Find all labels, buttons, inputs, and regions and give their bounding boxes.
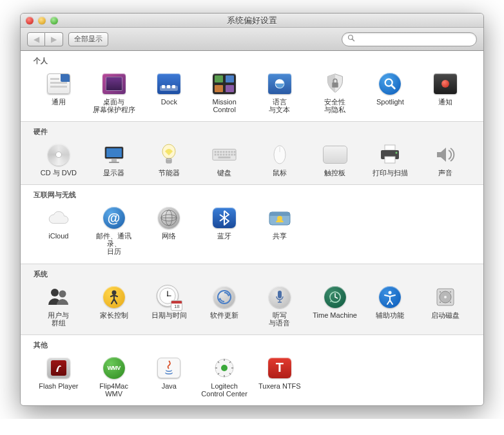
pref-label: Time Machine — [313, 310, 357, 319]
svg-rect-8 — [111, 159, 117, 162]
svg-point-43 — [51, 289, 59, 296]
software-update-icon — [211, 284, 237, 310]
pref-label: 安全性 与隐私 — [324, 97, 345, 113]
energy-saver-icon — [156, 142, 182, 168]
flash-player-icon — [46, 355, 72, 381]
pref-bluetooth[interactable]: 蓝牙 — [198, 204, 251, 256]
date-time-icon: 18 — [156, 284, 182, 310]
svg-point-44 — [59, 290, 66, 297]
pref-label: 蓝牙 — [217, 231, 231, 240]
general-icon — [46, 71, 72, 97]
logitech-control-center-icon — [211, 355, 237, 381]
startup-disk-icon — [432, 284, 458, 310]
svg-point-59 — [440, 302, 441, 303]
pref-startup-disk[interactable]: 启动磁盘 — [419, 283, 472, 328]
section-2: 互联网与无线iCloud@邮件、通讯录、 日历网络蓝牙共享 — [21, 185, 483, 264]
svg-rect-34 — [385, 145, 395, 150]
pref-label: Flash Player — [39, 381, 78, 390]
pref-date-time[interactable]: 18日期与时间 — [143, 283, 196, 328]
pref-security-privacy[interactable]: 安全性 与隐私 — [309, 70, 362, 115]
svg-rect-29 — [231, 154, 233, 156]
nav-buttons: ◀ ▶ — [27, 32, 63, 46]
svg-rect-3 — [332, 82, 338, 88]
svg-point-62 — [221, 365, 228, 371]
pref-flip4mac-wmv[interactable]: WMVFlip4Mac WMV — [88, 354, 141, 399]
java-icon — [156, 355, 182, 381]
pref-label: 用户与 群组 — [48, 310, 69, 327]
pref-parental-controls[interactable]: 家长控制 — [88, 283, 141, 328]
section-grid: Flash PlayerWMVFlip4Mac WMVJavaLogitech … — [32, 354, 472, 399]
pref-label: 网络 — [162, 231, 176, 240]
section-title: 互联网与无线 — [32, 189, 472, 204]
pref-label: 共享 — [273, 231, 287, 240]
search-input[interactable] — [358, 35, 471, 44]
pref-keyboard[interactable]: 键盘 — [198, 140, 251, 178]
pref-mail-contacts-calendars[interactable]: @邮件、通讯录、 日历 — [88, 204, 141, 256]
language-text-icon — [267, 71, 293, 97]
keyboard-icon — [211, 142, 237, 168]
section-grid: 通用桌面与 屏幕保护程序DockMission Control语言 与文本安全性… — [32, 70, 472, 115]
forward-button[interactable]: ▶ — [45, 32, 63, 46]
flip4mac-wmv-icon: WMV — [101, 355, 127, 381]
svg-point-60 — [450, 302, 451, 303]
svg-rect-51 — [278, 291, 282, 298]
pref-desktop-screensaver[interactable]: 桌面与 屏幕保护程序 — [88, 70, 141, 115]
network-icon — [156, 205, 182, 231]
pref-flash-player[interactable]: Flash Player — [32, 354, 85, 399]
pref-mouse[interactable]: 鼠标 — [253, 140, 306, 178]
svg-point-37 — [396, 152, 398, 154]
pref-icloud[interactable]: iCloud — [32, 204, 85, 256]
pref-accessibility[interactable]: 辅助功能 — [364, 283, 417, 328]
pref-trackpad[interactable]: 触控板 — [309, 140, 362, 178]
time-machine-icon — [322, 284, 348, 310]
svg-rect-22 — [234, 151, 236, 153]
desktop-screensaver-icon — [101, 71, 127, 97]
pref-notifications[interactable]: 通知 — [419, 70, 472, 115]
titlebar[interactable]: 系统偏好设置 — [21, 14, 483, 28]
svg-point-56 — [444, 296, 447, 298]
dock-icon — [156, 71, 182, 97]
icloud-icon — [46, 205, 72, 231]
pref-sound[interactable]: 声音 — [419, 140, 472, 178]
pref-network[interactable]: 网络 — [143, 204, 196, 256]
pref-displays[interactable]: 显示器 — [88, 140, 141, 178]
pref-label: 启动磁盘 — [431, 310, 460, 319]
pref-software-update[interactable]: 软件更新 — [198, 283, 251, 328]
pref-label: Logitech Control Center — [201, 381, 247, 398]
section-title: 系统 — [32, 268, 472, 283]
pref-energy-saver[interactable]: 节能器 — [143, 140, 196, 178]
pref-sharing[interactable]: 共享 — [253, 204, 306, 256]
svg-rect-19 — [226, 151, 228, 153]
pref-general[interactable]: 通用 — [32, 70, 85, 115]
svg-rect-16 — [217, 151, 219, 153]
pref-mission-control[interactable]: Mission Control — [198, 70, 251, 115]
preferences-content: 个人通用桌面与 屏幕保护程序DockMission Control语言 与文本安… — [21, 51, 483, 405]
svg-rect-24 — [217, 154, 219, 156]
pref-users-groups[interactable]: 用户与 群组 — [32, 283, 85, 328]
pref-language-text[interactable]: 语言 与文本 — [253, 70, 306, 115]
pref-label: 邮件、通讯录、 日历 — [90, 231, 139, 255]
section-0: 个人通用桌面与 屏幕保护程序DockMission Control语言 与文本安… — [21, 51, 483, 122]
sound-icon — [432, 142, 458, 168]
pref-dock[interactable]: Dock — [143, 70, 196, 115]
pref-label: 触控板 — [324, 168, 345, 177]
section-4: 其他Flash PlayerWMVFlip4Mac WMVJavaLogitec… — [21, 335, 483, 405]
pref-spotlight[interactable]: Spotlight — [364, 70, 417, 115]
pref-tuxera-ntfs[interactable]: TTuxera NTFS — [253, 354, 306, 399]
svg-point-58 — [450, 291, 451, 293]
chevron-right-icon: ▶ — [51, 35, 57, 44]
show-all-button[interactable]: 全部显示 — [68, 32, 108, 46]
search-field[interactable] — [342, 32, 477, 46]
pref-java[interactable]: Java — [143, 354, 196, 399]
pref-label: 鼠标 — [273, 168, 287, 177]
pref-time-machine[interactable]: Time Machine — [309, 283, 362, 328]
pref-logitech-control-center[interactable]: Logitech Control Center — [198, 354, 251, 399]
back-button[interactable]: ◀ — [27, 32, 45, 46]
section-title: 硬件 — [32, 126, 472, 140]
pref-print-scan[interactable]: 打印与扫描 — [364, 140, 417, 178]
pref-cd-dvd[interactable]: CD 与 DVD — [32, 140, 85, 178]
svg-line-1 — [353, 39, 354, 41]
pref-label: 听写 与语音 — [269, 310, 290, 327]
pref-label: Java — [162, 381, 177, 390]
pref-dictation-speech[interactable]: 听写 与语音 — [253, 283, 306, 328]
